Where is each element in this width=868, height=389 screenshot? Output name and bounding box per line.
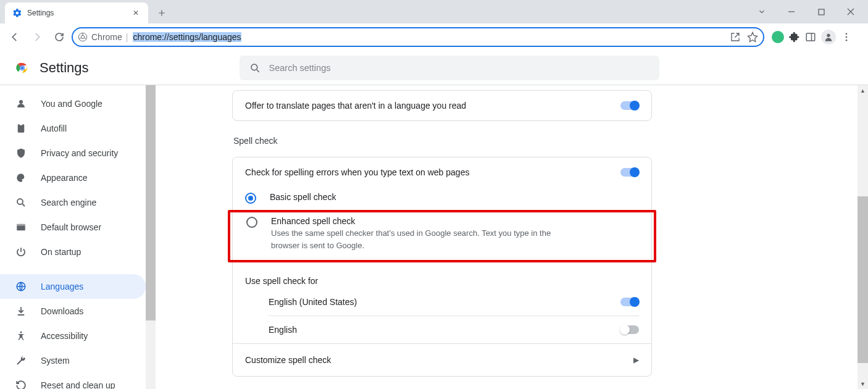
sidebar-label: Appearance bbox=[41, 173, 88, 183]
sidebar-item-autofill[interactable]: Autofill bbox=[0, 116, 146, 141]
enhanced-spellcheck-desc: Uses the same spell checker that's used … bbox=[271, 227, 567, 251]
svg-point-4 bbox=[827, 33, 830, 36]
sidebar-item-accessibility[interactable]: Accessibility bbox=[0, 324, 146, 348]
palette-icon bbox=[15, 172, 27, 183]
svg-point-17 bbox=[20, 332, 22, 333]
basic-spellcheck-label: Basic spell check bbox=[270, 192, 336, 202]
enhanced-spellcheck-option[interactable]: Enhanced spell check Uses the same spell… bbox=[246, 216, 638, 251]
scrollbar-thumb[interactable] bbox=[858, 196, 868, 363]
extension-badge-icon[interactable] bbox=[772, 31, 784, 43]
search-icon bbox=[249, 62, 261, 73]
svg-rect-15 bbox=[17, 224, 25, 226]
sidebar-item-reset[interactable]: Reset and clean up bbox=[0, 373, 146, 389]
lang-toggle[interactable] bbox=[620, 298, 639, 306]
close-window-button[interactable] bbox=[837, 4, 864, 20]
browser-icon bbox=[15, 222, 27, 233]
extensions-icon[interactable] bbox=[789, 31, 800, 43]
new-tab-button[interactable] bbox=[153, 4, 170, 22]
tab-title: Settings bbox=[27, 9, 54, 17]
translate-toggle[interactable] bbox=[620, 101, 639, 110]
search-placeholder: Search settings bbox=[269, 63, 331, 73]
translate-card: Offer to translate pages that aren't in … bbox=[232, 90, 652, 121]
gear-icon bbox=[12, 8, 22, 18]
sidebar-label: Search engine bbox=[41, 198, 96, 207]
chevron-right-icon: ▶ bbox=[633, 356, 639, 364]
url-text: chrome://settings/languages bbox=[133, 32, 241, 42]
lang-name: English bbox=[269, 325, 297, 335]
sidebar-label: You and Google bbox=[41, 99, 102, 109]
sidebar-item-downloads[interactable]: Downloads bbox=[0, 299, 146, 324]
use-spellcheck-for-label: Use spell check for bbox=[233, 270, 651, 288]
accessibility-icon bbox=[15, 330, 27, 341]
svg-point-7 bbox=[846, 39, 848, 41]
search-settings-input[interactable]: Search settings bbox=[240, 56, 659, 80]
sidebar-item-system[interactable]: System bbox=[0, 348, 146, 373]
profile-avatar[interactable] bbox=[821, 30, 836, 44]
download-icon bbox=[15, 306, 27, 317]
sidebar: You and Google Autofill Privacy and secu… bbox=[0, 85, 156, 389]
sidebar-item-privacy[interactable]: Privacy and security bbox=[0, 141, 146, 165]
sidebar-item-languages[interactable]: Languages bbox=[0, 274, 146, 299]
sidebar-item-appearance[interactable]: Appearance bbox=[0, 165, 146, 190]
restore-icon bbox=[15, 380, 27, 389]
close-tab-icon[interactable]: ✕ bbox=[131, 9, 141, 17]
sidebar-item-you-and-google[interactable]: You and Google bbox=[0, 91, 146, 116]
spellcheck-lang-row: English bbox=[233, 316, 651, 343]
spellcheck-toggle-label: Check for spelling errors when you type … bbox=[245, 167, 469, 177]
enhanced-spellcheck-label: Enhanced spell check bbox=[271, 216, 567, 226]
sidebar-label: Default browser bbox=[41, 222, 101, 232]
sidebar-item-search-engine[interactable]: Search engine bbox=[0, 190, 146, 215]
translate-label: Offer to translate pages that aren't in … bbox=[245, 101, 466, 111]
reload-button[interactable] bbox=[49, 27, 69, 47]
address-bar[interactable]: Chrome | chrome://settings/languages bbox=[72, 27, 764, 47]
sidebar-label: Privacy and security bbox=[41, 148, 118, 158]
customize-spellcheck-row[interactable]: Customize spell check ▶ bbox=[233, 343, 651, 376]
tab-search-button[interactable] bbox=[748, 4, 775, 20]
forward-button[interactable] bbox=[27, 27, 47, 47]
back-button[interactable] bbox=[5, 27, 25, 47]
power-icon bbox=[15, 246, 27, 257]
spellcheck-lang-row: English (United States) bbox=[233, 288, 651, 316]
sidebar-label: Reset and clean up bbox=[41, 380, 115, 389]
browser-tabstrip: Settings ✕ bbox=[0, 0, 868, 23]
svg-point-5 bbox=[846, 33, 848, 35]
person-icon bbox=[15, 98, 27, 109]
scroll-down-icon[interactable]: ▼ bbox=[858, 379, 868, 389]
sidebar-label: Downloads bbox=[41, 306, 83, 316]
svg-point-6 bbox=[846, 36, 848, 38]
sidebar-item-default-browser[interactable]: Default browser bbox=[0, 215, 146, 240]
basic-spellcheck-option[interactable]: Basic spell check bbox=[233, 187, 651, 210]
scroll-up-icon[interactable]: ▲ bbox=[858, 85, 868, 96]
sidebar-label: Accessibility bbox=[41, 331, 88, 341]
kebab-menu-icon[interactable] bbox=[841, 31, 852, 43]
settings-header: Settings Search settings bbox=[0, 51, 868, 85]
spellcheck-toggle[interactable] bbox=[620, 168, 639, 177]
content-scrollbar[interactable]: ▲ ▼ bbox=[858, 85, 868, 389]
radio-checked-icon[interactable] bbox=[245, 193, 256, 204]
radio-unchecked-icon[interactable] bbox=[246, 217, 257, 228]
window-controls bbox=[748, 4, 864, 20]
shield-icon bbox=[15, 148, 27, 159]
sidebar-item-on-startup[interactable]: On startup bbox=[0, 240, 146, 264]
maximize-button[interactable] bbox=[807, 4, 835, 20]
side-panel-icon[interactable] bbox=[805, 31, 816, 43]
sidebar-label: Autofill bbox=[41, 123, 67, 133]
lang-name: English (United States) bbox=[269, 297, 357, 307]
spellcheck-card: Check for spelling errors when you type … bbox=[232, 157, 652, 377]
chrome-icon bbox=[78, 32, 88, 42]
share-icon[interactable] bbox=[730, 31, 741, 43]
bookmark-icon[interactable] bbox=[747, 31, 758, 43]
lang-toggle[interactable] bbox=[620, 325, 639, 334]
globe-icon bbox=[15, 281, 27, 292]
svg-rect-3 bbox=[806, 33, 815, 41]
customize-label: Customize spell check bbox=[245, 355, 331, 365]
sidebar-label: On startup bbox=[41, 247, 81, 257]
sidebar-scrollbar[interactable] bbox=[146, 85, 156, 389]
scrollbar-thumb[interactable] bbox=[146, 85, 156, 320]
browser-tab[interactable]: Settings ✕ bbox=[5, 2, 148, 23]
minimize-button[interactable] bbox=[778, 4, 805, 20]
svg-rect-0 bbox=[819, 9, 824, 15]
svg-point-11 bbox=[251, 64, 257, 70]
search-icon bbox=[15, 197, 27, 208]
sidebar-label: Languages bbox=[41, 282, 83, 291]
